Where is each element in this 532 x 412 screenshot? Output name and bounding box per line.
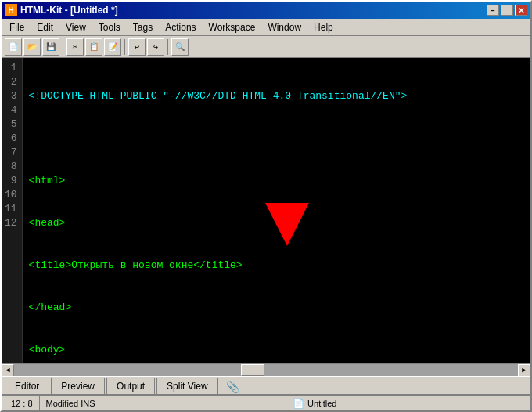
title-bar: H HTML-Kit - [Untitled *] − □ ✕ bbox=[2, 2, 530, 19]
line-num-12: 12 bbox=[5, 216, 17, 230]
menu-edit[interactable]: Edit bbox=[31, 20, 59, 34]
status-bar: 12 : 8 Modified INS 📄 Untitled bbox=[2, 395, 530, 410]
editor-row: 1 2 3 4 5 6 7 8 9 10 11 12 <!DOCTYPE HTM… bbox=[2, 58, 530, 363]
menu-tags[interactable]: Tags bbox=[127, 20, 159, 34]
menu-help[interactable]: Help bbox=[307, 20, 340, 34]
toolbar-btn-7[interactable]: ↩ bbox=[128, 38, 146, 56]
line-num-9: 9 bbox=[5, 174, 17, 188]
toolbar-btn-8[interactable]: ↪ bbox=[147, 38, 164, 56]
file-icon: 📄 bbox=[293, 398, 304, 409]
cursor-arrow bbox=[265, 203, 309, 246]
toolbar-btn-3[interactable]: 💾 bbox=[42, 38, 59, 56]
scroll-right-button[interactable]: ▶ bbox=[518, 364, 530, 377]
tab-bar: Editor Preview Output Split View 📎 bbox=[2, 376, 530, 395]
toolbar-sep-1 bbox=[63, 39, 63, 55]
toolbar-btn-9[interactable]: 🔍 bbox=[171, 38, 189, 56]
line-num-11: 11 bbox=[5, 202, 17, 216]
title-bar-controls: − □ ✕ bbox=[487, 5, 527, 16]
line-num-7: 7 bbox=[5, 146, 17, 160]
line-num-3: 3 bbox=[5, 89, 17, 103]
line-num-6: 6 bbox=[5, 132, 17, 146]
toolbar-btn-6[interactable]: 📝 bbox=[104, 38, 121, 56]
app-icon: H bbox=[5, 4, 17, 16]
line-num-10: 10 bbox=[5, 188, 17, 202]
tab-extra-icon[interactable]: 📎 bbox=[226, 381, 239, 394]
tab-preview[interactable]: Preview bbox=[51, 378, 105, 394]
toolbar-btn-1[interactable]: 📄 bbox=[5, 38, 22, 56]
menu-view[interactable]: View bbox=[59, 20, 92, 34]
minimize-button[interactable]: − bbox=[487, 5, 499, 16]
code-line-1: <!DOCTYPE HTML PUBLIC "-//W3C//DTD HTML … bbox=[29, 89, 524, 103]
scrollbar-track[interactable] bbox=[14, 364, 518, 376]
menu-file[interactable]: File bbox=[3, 20, 31, 34]
toolbar-sep-2 bbox=[124, 39, 125, 55]
code-line-5: <title>Открыть в новом окне</title> bbox=[29, 258, 524, 273]
scrollbar-thumb[interactable] bbox=[241, 364, 264, 376]
menu-tools[interactable]: Tools bbox=[92, 20, 127, 34]
code-line-2 bbox=[29, 132, 524, 146]
code-line-6: </head> bbox=[29, 301, 524, 315]
status-filename: Untitled bbox=[307, 399, 336, 408]
tab-editor[interactable]: Editor bbox=[5, 378, 49, 394]
menu-window[interactable]: Window bbox=[261, 20, 307, 34]
code-line-3: <html> bbox=[29, 174, 524, 188]
menu-bar: File Edit View Tools Tags Actions Worksp… bbox=[2, 19, 530, 36]
toolbar-btn-5[interactable]: 📋 bbox=[85, 38, 102, 56]
window-title: HTML-Kit - [Untitled *] bbox=[20, 5, 118, 16]
restore-button[interactable]: □ bbox=[501, 5, 513, 16]
line-num-1: 1 bbox=[5, 61, 17, 75]
line-num-2: 2 bbox=[5, 75, 17, 89]
close-button[interactable]: ✕ bbox=[515, 5, 527, 16]
menu-actions[interactable]: Actions bbox=[159, 20, 202, 34]
status-mode-section: Modified INS bbox=[40, 396, 102, 410]
menu-workspace[interactable]: Workspace bbox=[203, 20, 262, 34]
line-numbers: 1 2 3 4 5 6 7 8 9 10 11 12 bbox=[2, 58, 23, 363]
status-file-section: 📄 Untitled bbox=[102, 398, 527, 409]
line-num-4: 4 bbox=[5, 103, 17, 117]
main-window: H HTML-Kit - [Untitled *] − □ ✕ File Edi… bbox=[0, 0, 532, 412]
tab-output[interactable]: Output bbox=[106, 378, 155, 394]
line-num-5: 5 bbox=[5, 117, 17, 132]
scroll-left-button[interactable]: ◀ bbox=[2, 364, 14, 377]
code-area[interactable]: <!DOCTYPE HTML PUBLIC "-//W3C//DTD HTML … bbox=[23, 58, 530, 363]
code-line-7: <body> bbox=[29, 343, 524, 357]
toolbar-sep-3 bbox=[167, 39, 168, 55]
title-bar-left: H HTML-Kit - [Untitled *] bbox=[5, 4, 118, 16]
toolbar-btn-2[interactable]: 📂 bbox=[23, 38, 41, 56]
status-position-section: 12 : 8 bbox=[5, 396, 40, 410]
status-mode: Modified INS bbox=[46, 399, 95, 408]
horizontal-scrollbar[interactable]: ◀ ▶ bbox=[2, 363, 530, 376]
editor-wrapper: 1 2 3 4 5 6 7 8 9 10 11 12 <!DOCTYPE HTM… bbox=[2, 58, 530, 376]
toolbar: 📄 📂 💾 ✂ 📋 📝 ↩ ↪ 🔍 bbox=[2, 36, 530, 58]
toolbar-btn-4[interactable]: ✂ bbox=[66, 38, 84, 56]
tab-split-view[interactable]: Split View bbox=[156, 378, 217, 394]
status-position: 12 : 8 bbox=[11, 399, 33, 408]
line-num-8: 8 bbox=[5, 160, 17, 174]
editor-container[interactable]: 1 2 3 4 5 6 7 8 9 10 11 12 <!DOCTYPE HTM… bbox=[2, 58, 530, 363]
